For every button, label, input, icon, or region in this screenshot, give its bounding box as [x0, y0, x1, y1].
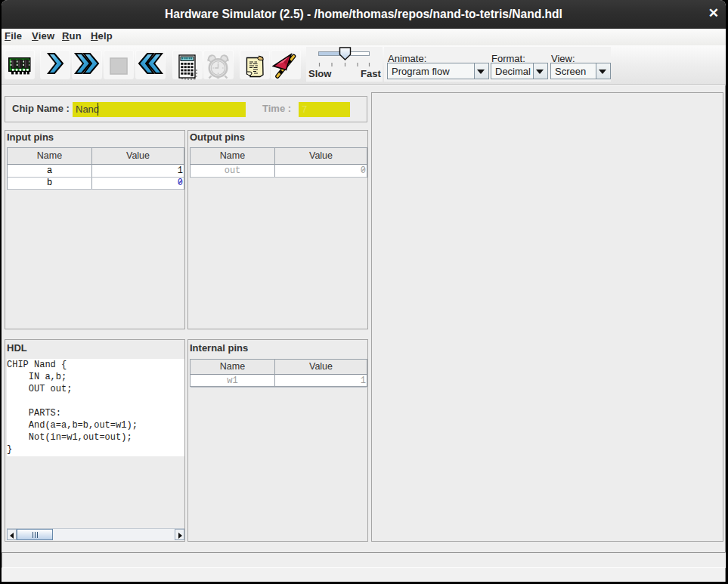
svg-text:Fast: Fast: [361, 68, 381, 79]
svg-text:Slow: Slow: [308, 68, 332, 79]
